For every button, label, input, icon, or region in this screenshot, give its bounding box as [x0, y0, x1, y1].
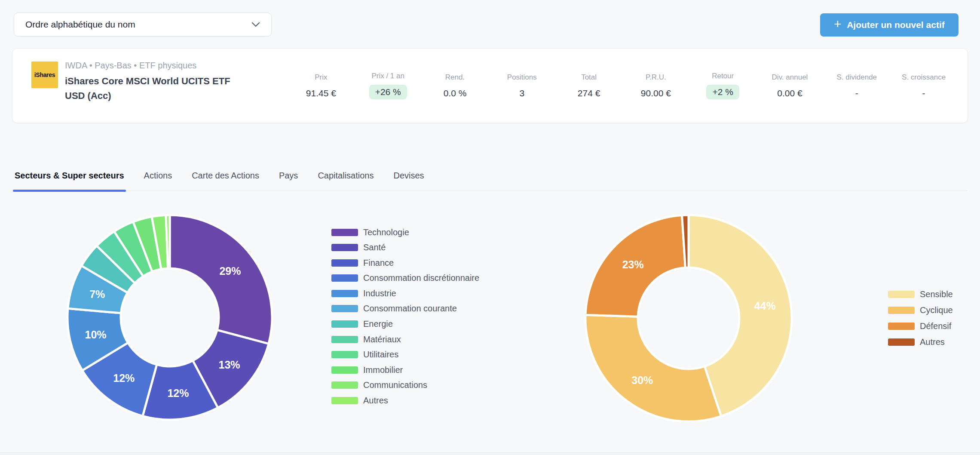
secteurs-slice-label: 12% [167, 387, 189, 399]
section-divider [0, 452, 980, 455]
secteurs-legend-utilitaires: Utilitaires [331, 351, 479, 359]
legend-label: Défensif [920, 321, 951, 331]
legend-swatch [331, 274, 358, 282]
secteurs-legend-consommation-courante: Consommation courante [331, 305, 479, 313]
stat-value: 274 € [578, 88, 600, 98]
asset-name: iShares Core MSCI World UCITS ETF USD (A… [65, 74, 237, 103]
ishares-logo: iShares [31, 61, 58, 88]
stat-total: Total274 € [555, 73, 622, 98]
legend-swatch [331, 244, 358, 251]
stat-value: 0.00 € [777, 88, 802, 98]
asset-texts: IWDA • Pays-Bas • ETF physiques iShares … [65, 61, 245, 103]
stat-label: S. croissance [902, 73, 946, 82]
tab-pays[interactable]: Pays [277, 165, 300, 191]
super-sectors-legend: SensibleCycliqueDéfensifAutres [888, 290, 953, 354]
secteurs-legend-immobilier: Immobilier [331, 366, 479, 374]
secteurs-slice-label: 7% [89, 288, 105, 300]
stat-rend: Rend.0.0 % [422, 73, 489, 98]
chevron-down-icon [251, 22, 260, 27]
plus-icon: + [834, 18, 841, 31]
stat-s-dividende: S. dividende- [823, 73, 890, 98]
ishares-logo-text: iShares [34, 71, 55, 78]
stat-value: +2 % [706, 85, 739, 99]
tab-devises[interactable]: Devises [392, 165, 426, 191]
sort-dropdown-value: Ordre alphabétique du nom [25, 19, 135, 30]
tab-capitalisations[interactable]: Capitalisations [316, 165, 375, 191]
legend-label: Utilitaires [363, 350, 398, 360]
secteurs-legend-industrie: Industrie [331, 289, 479, 297]
secteurs-legend-communications: Communications [331, 381, 479, 389]
super-secteurs-legend-autres: Autres [888, 338, 953, 346]
legend-label: Sensible [920, 289, 953, 299]
legend-label: Autres [363, 396, 388, 406]
stat-value: 91.45 € [306, 88, 336, 98]
sectors-legend: TechnologieSantéFinanceConsommation disc… [331, 228, 479, 412]
legend-swatch [888, 307, 915, 314]
secteurs-slice-label: 13% [219, 359, 240, 371]
stat-label: Prix [315, 73, 327, 82]
asset-card[interactable]: iShares IWDA • Pays-Bas • ETF physiques … [12, 48, 968, 123]
secteurs-legend-autres: Autres [331, 397, 479, 405]
sectors-donut-chart: 29%13%12%12%10%7% [60, 208, 279, 427]
legend-swatch [331, 305, 358, 312]
add-asset-button[interactable]: + Ajouter un nouvel actif [820, 13, 959, 37]
super-secteurs-slice-cyclique[interactable] [585, 315, 721, 421]
super-secteurs-legend-sensible: Sensible [888, 290, 953, 298]
legend-swatch [331, 336, 358, 343]
legend-label: Santé [363, 243, 386, 252]
super-secteurs-slice-label: 30% [631, 374, 653, 386]
stat-label: Retour [712, 72, 734, 80]
secteurs-legend-energie: Energie [331, 320, 479, 328]
tab-secteurs-super-secteurs[interactable]: Secteurs & Super secteurs [13, 165, 126, 191]
stat-label: S. dividende [836, 73, 877, 82]
legend-swatch [331, 290, 358, 297]
stat-prix: Prix91.45 € [288, 73, 355, 98]
secteurs-legend-sante: Santé [331, 244, 479, 252]
tab-bar: Secteurs & Super secteursActionsCarte de… [13, 165, 967, 191]
stat-label: Div. annuel [772, 73, 808, 82]
legend-label: Industrie [363, 289, 396, 298]
legend-label: Immobilier [363, 365, 403, 375]
legend-swatch [888, 323, 915, 330]
asset-stats: Prix91.45 €Prix / 1 an+26 %Rend.0.0 %Pos… [288, 49, 957, 123]
stat-positions: Positions3 [488, 73, 555, 98]
secteurs-legend-consommation-discretionnaire: Consommation discrétionnaire [331, 274, 479, 282]
legend-swatch [331, 259, 358, 267]
legend-swatch [331, 320, 358, 328]
secteurs-legend-finance: Finance [331, 259, 479, 267]
tab-carte-des-actions[interactable]: Carte des Actions [190, 165, 261, 191]
stat-value: 90.00 € [641, 88, 671, 98]
legend-swatch [331, 351, 358, 358]
legend-label: Autres [920, 337, 945, 347]
asset-ticker-line: IWDA • Pays-Bas • ETF physiques [65, 61, 245, 71]
super-secteurs-legend-cyclique: Cyclique [888, 306, 953, 314]
stat-prix-1-an: Prix / 1 an+26 % [355, 72, 422, 99]
secteurs-slice-label: 29% [219, 265, 241, 277]
sort-dropdown[interactable]: Ordre alphabétique du nom [14, 12, 272, 37]
super-secteurs-slice-label: 23% [622, 258, 644, 271]
legend-swatch [331, 229, 358, 236]
secteurs-slice-technologie[interactable] [170, 215, 272, 344]
stat-label: Total [581, 73, 597, 82]
legend-label: Cyclique [920, 305, 953, 315]
stat-p-r-u: P.R.U.90.00 € [622, 73, 689, 98]
stat-label: Rend. [445, 73, 465, 82]
secteurs-slice-label: 12% [113, 372, 135, 384]
legend-swatch [331, 366, 358, 374]
tab-actions[interactable]: Actions [142, 165, 174, 191]
super-secteurs-legend-defensif: Défensif [888, 322, 953, 330]
stat-value: 0.0 % [444, 88, 467, 98]
legend-label: Finance [363, 258, 394, 268]
super-sectors-donut-chart: 44%30%23% [579, 209, 798, 428]
portfolio-page: Ordre alphabétique du nom + Ajouter un n… [0, 0, 980, 455]
legend-swatch [888, 338, 915, 346]
legend-label: Matériaux [363, 335, 401, 344]
legend-swatch [331, 381, 358, 389]
secteurs-legend-materiaux: Matériaux [331, 335, 479, 343]
secteurs-legend-technologie: Technologie [331, 228, 479, 236]
stat-div-annuel: Div. annuel0.00 € [756, 73, 824, 98]
super-secteurs-slice-label: 44% [754, 300, 776, 312]
stat-value: +26 % [369, 85, 407, 99]
add-asset-button-label: Ajouter un nouvel actif [847, 20, 945, 30]
secteurs-slice-label: 10% [85, 329, 107, 341]
